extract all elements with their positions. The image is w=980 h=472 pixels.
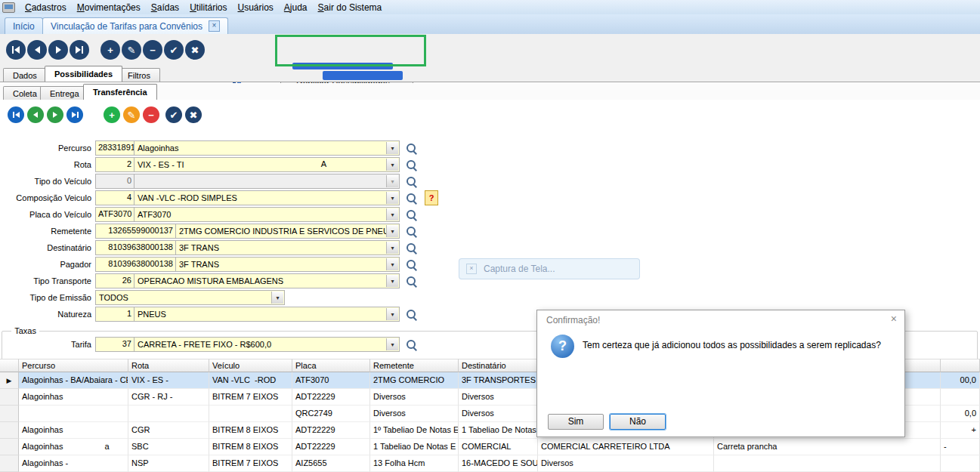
search-icon[interactable] <box>405 192 418 205</box>
tipo-transporte-code-input[interactable]: 26 <box>95 273 134 288</box>
rota-combo[interactable]: VIX - ES - TI A ▾ <box>134 157 400 172</box>
delete-record-button[interactable]: − <box>143 40 162 60</box>
chevron-down-icon[interactable]: ▾ <box>386 258 398 270</box>
chevron-down-icon[interactable]: ▾ <box>386 208 398 221</box>
field-label: Remetente <box>2 227 95 236</box>
search-icon[interactable] <box>405 275 418 288</box>
tipo-emissao-select[interactable]: TODOS ▾ <box>95 290 285 305</box>
confirm-button[interactable]: ✔ <box>164 40 184 60</box>
tab-vinculacao-tarifas[interactable]: Vinculação de Tarifas para Convênios × <box>42 17 228 34</box>
confirm-button[interactable]: ✔ <box>165 106 182 123</box>
chevron-down-icon[interactable]: ▾ <box>386 225 398 237</box>
pagador-combo[interactable]: 3F TRANS ▾ <box>176 257 400 272</box>
placa-code-input[interactable]: ATF3070 <box>95 207 134 222</box>
chevron-down-icon[interactable]: ▾ <box>386 142 398 154</box>
cell-placa: QRC2749 <box>292 406 370 422</box>
search-icon[interactable] <box>405 175 418 188</box>
search-icon[interactable] <box>405 142 418 155</box>
search-icon[interactable] <box>405 225 418 238</box>
chevron-down-icon[interactable]: ▾ <box>386 308 398 320</box>
destinatario-combo[interactable]: 3F TRANS ▾ <box>176 240 400 255</box>
cancel-button[interactable]: ✖ <box>185 106 202 123</box>
nav-first-button[interactable] <box>8 106 24 123</box>
nav-prev-button[interactable] <box>27 40 47 60</box>
chevron-down-icon[interactable]: ▾ <box>271 292 283 304</box>
tab-entrega[interactable]: Entrega <box>40 86 89 100</box>
pagador-code-input[interactable]: 81039638000138 <box>95 257 176 272</box>
yes-button[interactable]: Sim <box>548 414 604 430</box>
tarifa-code-input[interactable]: 37 <box>95 337 134 352</box>
tarifa-combo[interactable]: CARRETA - FRETE FIXO - R$600,0 ▾ <box>134 337 400 352</box>
cancel-button[interactable]: ✖ <box>185 40 205 60</box>
close-icon[interactable]: × <box>209 20 220 32</box>
tab-filtros[interactable]: Filtros <box>118 68 160 82</box>
grid-header-veiculo[interactable]: Veículo <box>209 359 292 372</box>
grid-header-percurso[interactable]: Percurso <box>19 359 128 372</box>
grid-header-remetente[interactable]: Remetente <box>370 359 459 372</box>
nav-last-button[interactable] <box>70 40 89 60</box>
nav-prev-button[interactable] <box>27 106 44 123</box>
menu-sair-do-sistema[interactable]: Sair do Sistema <box>313 1 388 14</box>
table-row[interactable]: Alagoinhas - NSP BITREM 7 EIXOS AIZ5655 … <box>0 455 980 472</box>
tab-filtros-label: Filtros <box>128 71 150 80</box>
remetente-value: 2TMG COMERCIO INDUSTRIA E SERVICOS DE PN… <box>179 227 399 236</box>
cell-rota: CGR - RJ - <box>128 389 209 406</box>
search-icon[interactable] <box>405 308 418 321</box>
composicao-code-input[interactable]: 4 <box>95 190 134 205</box>
composicao-combo[interactable]: VAN -VLC -ROD SIMPLES ▾ <box>134 190 400 205</box>
placa-combo[interactable]: ATF3070 ▾ <box>134 207 400 222</box>
natureza-code-input[interactable]: 1 <box>95 307 134 322</box>
tab-inicio[interactable]: Início <box>5 17 43 34</box>
nav-last-button[interactable] <box>66 106 83 123</box>
chevron-down-icon[interactable]: ▾ <box>386 242 398 254</box>
rota-code-input[interactable]: 2 <box>95 157 134 172</box>
redaction-bar <box>292 63 393 69</box>
delete-button[interactable]: − <box>143 106 159 123</box>
percurso-combo[interactable]: Alagoinhas ▾ <box>134 140 400 156</box>
percurso-code-input[interactable]: 28331891 <box>95 140 134 156</box>
tipo-transporte-combo[interactable]: OPERACAO MISTURA EMBALAGENS ▾ <box>134 273 400 288</box>
grid-header-destinatario[interactable]: Destinatário <box>459 359 538 372</box>
search-icon[interactable] <box>405 208 418 221</box>
search-icon[interactable] <box>405 242 418 255</box>
add-record-button[interactable]: + <box>100 40 120 60</box>
grid-header-gutter <box>0 359 19 372</box>
menu-movimentacoes[interactable]: Movimentações <box>72 1 146 14</box>
grid-header-rota[interactable]: Rota <box>128 359 209 372</box>
search-icon[interactable] <box>405 159 418 171</box>
chevron-down-icon[interactable]: ▾ <box>386 159 398 171</box>
no-button[interactable]: Não <box>610 414 666 430</box>
close-icon[interactable]: × <box>891 313 897 324</box>
menu-saidas[interactable]: Saídas <box>146 1 184 14</box>
edit-record-button[interactable]: ✎ <box>122 40 141 60</box>
tab-transferencia[interactable]: Transferência <box>83 84 157 100</box>
chevron-down-icon[interactable]: ▾ <box>386 275 398 287</box>
remetente-combo[interactable]: 2TMG COMERCIO INDUSTRIA E SERVICOS DE PN… <box>176 224 400 239</box>
tab-possibilidades[interactable]: Possibilidades <box>45 66 122 82</box>
menu-usuarios[interactable]: Usuários <box>232 1 278 14</box>
destinatario-code-input[interactable]: 81039638000138 <box>95 240 176 255</box>
field-label: Tipo Transporte <box>2 276 95 285</box>
nav-first-button[interactable] <box>6 40 26 60</box>
row-gutter <box>0 406 19 422</box>
menu-utilitarios[interactable]: Utilitários <box>184 1 232 14</box>
menu-ajuda[interactable]: Ajuda <box>279 1 313 14</box>
natureza-combo[interactable]: PNEUS ▾ <box>134 307 400 322</box>
chevron-down-icon[interactable]: ▾ <box>386 338 398 350</box>
tab-dados[interactable]: Dados <box>3 68 47 82</box>
chevron-down-icon[interactable]: ▾ <box>386 192 398 204</box>
search-icon[interactable] <box>405 258 418 271</box>
help-icon[interactable]: ? <box>425 190 438 205</box>
search-icon[interactable] <box>405 338 418 351</box>
tipo-veiculo-combo: ▾ <box>134 174 400 189</box>
add-button[interactable]: + <box>104 106 120 123</box>
edit-button[interactable]: ✎ <box>123 106 140 123</box>
nav-next-button[interactable] <box>48 40 68 60</box>
menu-cadastros[interactable]: Cadastros <box>20 1 72 14</box>
table-row[interactable]: Alagoinhas a SBC BITREM 8 EIXOS ADT22229… <box>0 439 980 455</box>
grid-header-placa[interactable]: Placa <box>292 359 370 372</box>
tipo-emissao-value: TODOS <box>99 293 284 302</box>
nav-next-button[interactable] <box>47 106 63 123</box>
remetente-code-input[interactable]: 13265599000137 <box>95 224 176 239</box>
pagador-value: 3F TRANS <box>179 260 399 269</box>
